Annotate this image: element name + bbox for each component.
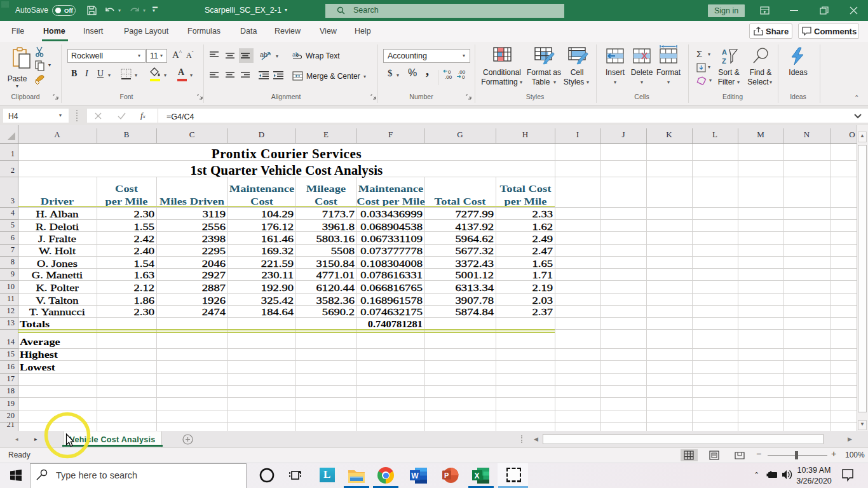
svg-text:W: W [411,471,419,480]
svg-text:A: A [722,48,727,56]
svg-text:P: P [444,471,449,479]
svg-text:Z: Z [722,57,726,65]
svg-text:0: 0 [462,74,465,80]
svg-text:X: X [475,471,480,480]
svg-text:.00: .00 [445,74,452,80]
svg-text:ab: ab [260,51,268,58]
